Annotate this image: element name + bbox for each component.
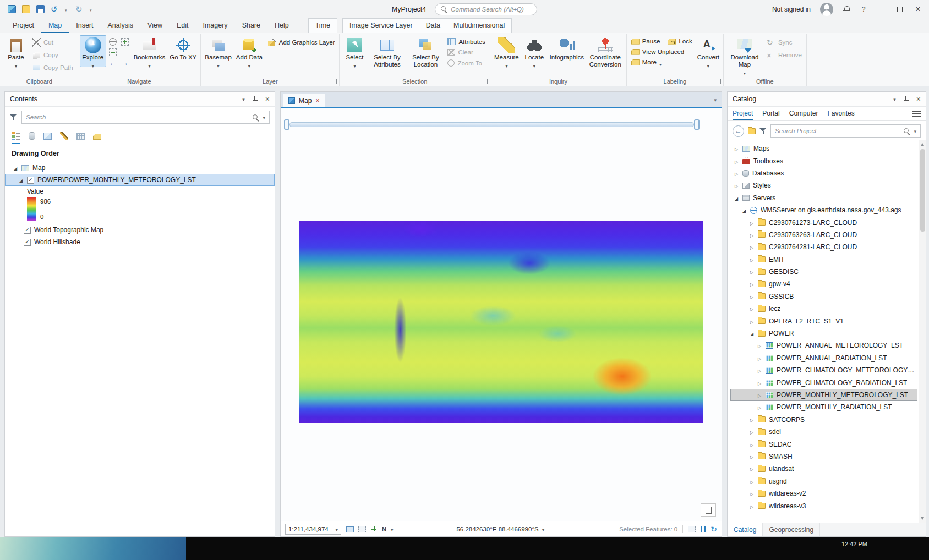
view-list-chevron-icon[interactable] (714, 96, 717, 103)
expander-icon[interactable] (757, 366, 762, 374)
expander-icon[interactable] (749, 293, 755, 300)
bottom-tab-catalog[interactable]: Catalog (728, 523, 763, 536)
clear-button[interactable]: Clear (446, 48, 487, 56)
catalog-item-power-folder[interactable]: POWER (730, 327, 917, 339)
catalog-item-folder[interactable]: SMASH (730, 451, 917, 463)
expander-icon[interactable] (749, 441, 755, 448)
catalog-item-folder[interactable]: gpw-v4 (730, 278, 917, 290)
scroll-down-icon[interactable] (921, 517, 924, 520)
contents-item-hillshade[interactable]: World Hillshade (5, 236, 275, 248)
expander-icon[interactable] (757, 379, 762, 387)
dialog-launcher-icon[interactable] (483, 79, 488, 84)
view-unplaced-button[interactable]: View Unplaced (630, 48, 693, 56)
minimize-button[interactable] (877, 5, 886, 14)
chevron-down-icon[interactable] (893, 95, 896, 103)
add-feature-icon[interactable] (370, 525, 378, 532)
expander-icon[interactable] (749, 465, 755, 473)
basemap-button[interactable]: Basemap (203, 35, 234, 67)
fixed-zoom-in-icon[interactable] (121, 38, 129, 46)
snapping-grid-icon[interactable] (358, 526, 366, 532)
back-button[interactable] (733, 125, 744, 137)
close-icon[interactable] (265, 95, 270, 103)
catalog-item-layer[interactable]: POWER_CLIMATOLOGY_RADIATION_LST (730, 376, 917, 388)
expander-icon[interactable] (757, 342, 762, 349)
catalog-item-folder[interactable]: OPERA_L2_RTC_S1_V1 (730, 315, 917, 327)
catalog-tab-favorites[interactable]: Favorites (827, 107, 854, 120)
previous-extent-icon[interactable] (109, 59, 116, 67)
explore-button[interactable]: Explore (80, 35, 106, 67)
catalog-item-folder[interactable]: sdei (730, 426, 917, 438)
sign-in-status[interactable]: Not signed in (772, 6, 811, 13)
catalog-item-maps[interactable]: Maps (730, 142, 917, 155)
copy-path-button[interactable]: Copy Path (31, 63, 74, 73)
layer-visibility-checkbox[interactable] (24, 239, 31, 246)
tab-imagery[interactable]: Imagery (195, 18, 234, 33)
expander-icon[interactable] (13, 164, 18, 172)
command-search[interactable] (435, 3, 537, 15)
customize-toolbar-chevron-icon[interactable] (90, 6, 94, 13)
dialog-launcher-icon[interactable] (332, 79, 337, 84)
zoom-to-selection-icon[interactable] (121, 48, 129, 57)
dialog-launcher-icon[interactable] (799, 79, 804, 84)
expander-icon[interactable] (749, 502, 755, 510)
expander-icon[interactable] (749, 330, 755, 337)
chevron-down-icon[interactable] (263, 113, 265, 121)
filter-icon[interactable] (10, 114, 17, 121)
expander-icon[interactable] (749, 428, 755, 436)
remove-button[interactable]: Remove (766, 50, 803, 60)
pause-labeling-button[interactable]: Pause (630, 37, 662, 45)
catalog-item-folder[interactable]: GSSICB (730, 290, 917, 303)
catalog-tab-portal[interactable]: Portal (762, 107, 779, 120)
copy-button[interactable]: Copy (31, 50, 74, 60)
catalog-item-layer[interactable]: POWER_ANNUAL_RADIATION_LST (730, 352, 917, 364)
project-icon[interactable] (8, 5, 16, 13)
expander-icon[interactable] (749, 477, 755, 485)
catalog-item-folder[interactable]: GESDISC (730, 266, 917, 278)
list-by-drawing-order-button[interactable] (12, 131, 20, 144)
expander-icon[interactable] (734, 182, 739, 189)
time-slider-start-handle[interactable] (284, 119, 289, 130)
chevron-down-icon[interactable] (391, 526, 394, 532)
expander-icon[interactable] (749, 317, 755, 325)
go-to-xy-button[interactable]: Go To XY (167, 35, 199, 63)
catalog-item-folder[interactable]: EMIT (730, 254, 917, 266)
map-view-tab[interactable]: Map (283, 94, 325, 107)
infographics-button[interactable]: Infographics (548, 35, 586, 63)
scrollbar-thumb[interactable] (920, 149, 925, 232)
select-by-attributes-button[interactable]: Select By Attributes (368, 35, 406, 70)
expander-icon[interactable] (749, 305, 755, 312)
locate-button[interactable]: Locate (521, 35, 548, 67)
expander-icon[interactable] (757, 403, 762, 411)
catalog-item-styles[interactable]: Styles (730, 179, 917, 191)
catalog-item-servers[interactable]: Servers (730, 192, 917, 204)
list-by-selection-button[interactable] (43, 133, 52, 144)
expander-icon[interactable] (749, 453, 755, 460)
undo-chevron-icon[interactable] (65, 6, 69, 13)
expander-icon[interactable] (749, 231, 755, 239)
expander-icon[interactable] (749, 490, 755, 497)
tab-project[interactable]: Project (6, 18, 41, 33)
open-project-icon[interactable] (22, 5, 30, 13)
list-by-editing-button[interactable] (60, 132, 68, 144)
contents-item-map[interactable]: Map (5, 162, 275, 174)
paste-button[interactable]: Paste (3, 35, 29, 67)
close-icon[interactable] (916, 95, 921, 103)
more-labeling-button[interactable]: More (630, 58, 693, 66)
filter-icon[interactable] (759, 128, 767, 135)
expander-icon[interactable] (749, 416, 755, 424)
overview-button[interactable] (701, 503, 716, 517)
time-slider-track[interactable] (289, 122, 694, 127)
tab-multidimensional[interactable]: Multidimensional (447, 19, 511, 33)
scroll-up-icon[interactable] (921, 143, 924, 146)
bottom-tab-geoprocessing[interactable]: Geoprocessing (763, 523, 820, 536)
time-slider-end-handle[interactable] (694, 119, 700, 130)
layout-grid-icon[interactable] (688, 526, 696, 532)
attributes-button[interactable]: Attributes (446, 37, 487, 46)
save-icon[interactable] (36, 5, 45, 13)
dialog-launcher-icon[interactable] (70, 79, 75, 84)
expander-icon[interactable] (734, 169, 739, 177)
expander-icon[interactable] (749, 256, 755, 263)
chevron-down-icon[interactable] (914, 127, 916, 135)
layer-visibility-checkbox[interactable] (24, 227, 31, 234)
help-icon[interactable] (859, 5, 868, 14)
